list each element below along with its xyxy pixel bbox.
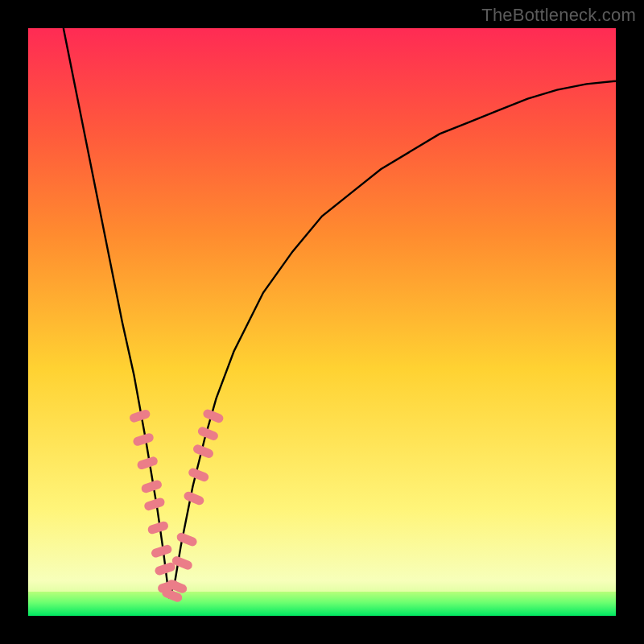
sample-marker — [175, 531, 198, 547]
sample-marker — [143, 497, 166, 511]
bottleneck-curve — [64, 28, 616, 598]
sample-marker — [136, 456, 159, 470]
sample-marker — [151, 543, 173, 558]
attribution-label: TheBottleneck.com — [481, 5, 636, 26]
sample-marker — [183, 490, 205, 506]
sample-marker — [140, 479, 163, 493]
sample-marker — [132, 432, 155, 447]
sample-marker — [188, 467, 210, 483]
sample-marker — [147, 520, 169, 535]
chart-frame: TheBottleneck.com — [0, 0, 644, 644]
curve-layer — [28, 28, 616, 616]
